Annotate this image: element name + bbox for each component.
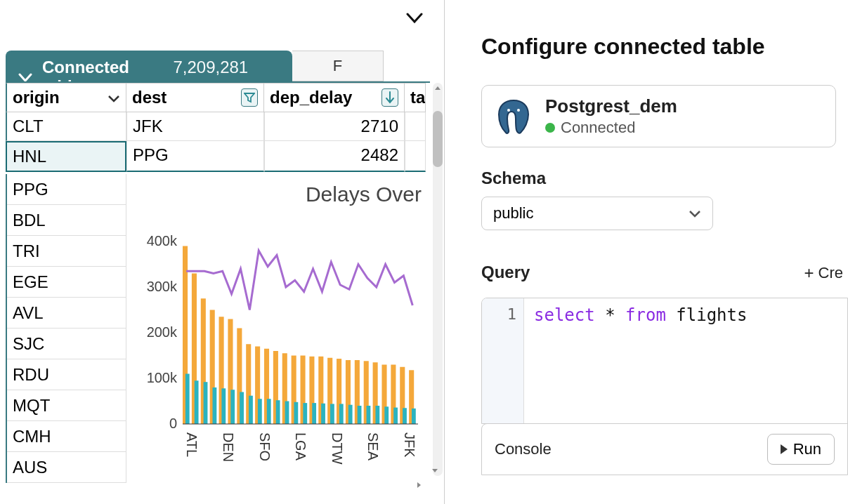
run-button[interactable]: Run [767,434,835,465]
svg-text:100k: 100k [147,370,178,385]
svg-rect-35 [221,388,226,424]
list-item[interactable]: SJC [7,329,126,359]
svg-rect-49 [348,405,353,424]
schema-label: Schema [481,168,848,188]
column-header-dest[interactable]: dest [126,83,264,112]
svg-rect-54 [393,408,398,424]
svg-point-66 [517,109,520,112]
col-label: dep_delay [270,88,352,107]
cell-tail[interactable] [405,141,426,172]
column-letter-f[interactable]: F [292,51,384,81]
column-header-partial[interactable]: ta [405,83,426,112]
svg-text:JFK: JFK [402,432,417,458]
line-gutter: 1 [482,298,524,423]
page-title: Configure connected table [481,20,848,60]
delays-chart: 0100k200k300k400kATLDENSFOLGADTWSEAJFK [126,220,422,480]
cell-tail[interactable] [405,112,426,141]
sql-keyword: from [625,305,666,325]
postgres-icon [495,98,533,135]
connection-card[interactable]: Postgrest_dem Connected [481,85,836,147]
col-label: dest [132,88,167,107]
sql-editor[interactable]: 1 select * from flights [481,298,848,424]
scroll-right-arrow-icon[interactable] [416,479,427,489]
svg-rect-36 [230,390,235,424]
sql-identifier: flights [666,305,748,325]
list-item[interactable]: EGE [7,267,126,298]
sql-keyword: select [534,305,595,325]
column-header-dep-delay[interactable]: dep_delay [264,83,405,112]
svg-rect-45 [312,403,316,424]
svg-rect-32 [195,380,199,424]
scrollbar-thumb[interactable] [433,111,443,167]
svg-rect-47 [330,404,334,424]
create-label: Cre [818,264,843,282]
run-label: Run [793,440,821,458]
chevron-down-icon [107,88,120,107]
table-row[interactable]: HNL PPG 2482 [6,141,430,172]
console-label: Console [495,440,552,458]
svg-rect-52 [375,406,379,424]
cell-origin[interactable]: HNL [6,141,126,172]
chevron-down-icon [689,204,701,223]
svg-rect-37 [240,392,244,425]
cell-dest[interactable]: PPG [126,141,264,172]
table-row[interactable]: CLT JFK 2710 [6,112,430,141]
schema-value: public [493,204,533,223]
svg-text:SFO: SFO [257,432,273,461]
svg-rect-38 [249,396,253,424]
vertical-scrollbar[interactable] [433,83,443,476]
list-item[interactable]: CMH [7,421,126,452]
cell-origin[interactable]: CLT [6,112,126,141]
svg-rect-40 [267,399,271,424]
svg-rect-56 [412,409,416,424]
data-grid: origin dest dep_delay ta CLT [6,81,430,172]
chart-panel: Delays Over 0100k200k300k400kATLDENSFOLG… [126,175,429,477]
svg-rect-42 [285,402,289,425]
svg-text:400k: 400k [147,233,178,248]
list-item[interactable]: BDL [7,205,126,236]
column-header-origin[interactable]: origin [6,83,126,112]
list-item[interactable]: AUS [7,452,126,483]
line-number: 1 [482,305,516,323]
query-label: Query [481,263,530,282]
svg-rect-41 [276,400,280,424]
list-item[interactable]: RDU [7,359,126,390]
svg-rect-43 [294,402,298,424]
svg-text:0: 0 [169,416,177,431]
create-button[interactable]: + Cre [804,263,843,283]
svg-rect-50 [358,406,362,424]
connection-name: Postgrest_dem [545,95,677,117]
svg-text:300k: 300k [147,279,178,294]
svg-rect-34 [213,387,217,424]
scroll-up-arrow-icon[interactable] [433,83,443,94]
svg-text:DTW: DTW [330,432,345,465]
cell-dep-delay[interactable]: 2482 [264,141,405,172]
sort-desc-icon[interactable] [381,88,398,107]
svg-text:200k: 200k [147,324,178,340]
filter-icon[interactable] [241,88,258,107]
col-label: ta [410,88,425,107]
cell-dest[interactable]: JFK [126,112,264,141]
list-item[interactable]: MQT [7,390,126,421]
cell-dep-delay[interactable]: 2710 [264,112,405,141]
svg-rect-55 [403,408,407,424]
scroll-down-arrow-icon[interactable] [431,465,441,476]
svg-text:DEN: DEN [221,432,236,462]
sql-operator: * [595,305,625,325]
list-item[interactable]: PPG [7,174,126,205]
origin-dropdown-list: PPG BDL TRI EGE AVL SJC RDU MQT CMH AUS [6,174,126,483]
col-label: origin [13,88,60,107]
console-bar: Console Run [481,423,848,475]
chart-title: Delays Over [126,183,429,206]
svg-rect-39 [258,399,262,424]
list-item[interactable]: TRI [7,236,126,267]
svg-text:ATL: ATL [184,432,200,457]
schema-select[interactable]: public [481,197,713,230]
list-item[interactable]: AVL [7,298,126,329]
svg-rect-31 [185,374,190,425]
code-content[interactable]: select * from flights [524,298,757,423]
svg-text:LGA: LGA [293,432,308,461]
dropdown-caret[interactable] [406,13,423,27]
play-icon [781,444,788,454]
svg-text:SEA: SEA [365,432,381,461]
